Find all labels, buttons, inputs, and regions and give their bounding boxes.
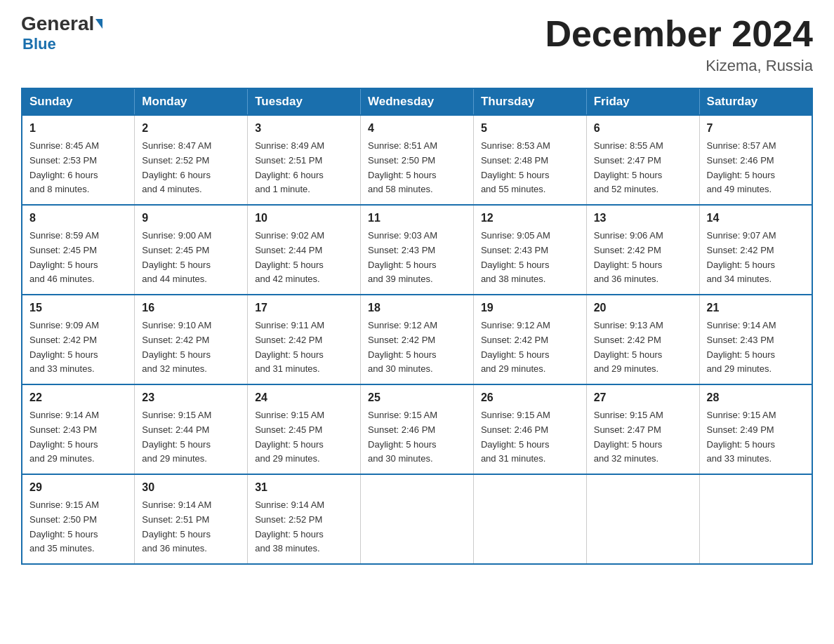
day-number: 16 [142,300,240,317]
table-row: 10Sunrise: 9:02 AMSunset: 2:44 PMDayligh… [248,205,361,295]
table-row [586,474,699,564]
logo-general: General [21,13,94,34]
day-info: Sunrise: 9:15 AMSunset: 2:50 PMDaylight:… [29,498,127,556]
table-row: 27Sunrise: 9:15 AMSunset: 2:47 PMDayligh… [586,384,699,474]
day-info: Sunrise: 9:14 AMSunset: 2:52 PMDaylight:… [255,498,353,556]
table-row: 25Sunrise: 9:15 AMSunset: 2:46 PMDayligh… [361,384,474,474]
logo-triangle-icon [95,19,102,29]
table-row [699,474,812,564]
table-row: 26Sunrise: 9:15 AMSunset: 2:46 PMDayligh… [473,384,586,474]
day-info: Sunrise: 8:47 AMSunset: 2:52 PMDaylight:… [142,139,240,197]
day-number: 10 [255,210,353,227]
location-subtitle: Kizema, Russia [545,57,813,75]
day-info: Sunrise: 9:15 AMSunset: 2:47 PMDaylight:… [594,408,692,467]
day-info: Sunrise: 8:55 AMSunset: 2:47 PMDaylight:… [594,139,692,197]
day-number: 3 [255,120,353,137]
day-info: Sunrise: 9:09 AMSunset: 2:42 PMDaylight:… [29,318,127,377]
day-number: 14 [707,210,805,227]
month-year-title: December 2024 [545,14,813,54]
logo-blue: Blue [21,35,56,53]
calendar-week-row: 8Sunrise: 8:59 AMSunset: 2:45 PMDaylight… [22,205,812,295]
table-row: 12Sunrise: 9:05 AMSunset: 2:43 PMDayligh… [473,205,586,295]
table-row: 17Sunrise: 9:11 AMSunset: 2:42 PMDayligh… [248,295,361,384]
table-row: 9Sunrise: 9:00 AMSunset: 2:45 PMDaylight… [135,205,248,295]
table-row: 11Sunrise: 9:03 AMSunset: 2:43 PMDayligh… [361,205,474,295]
day-info: Sunrise: 9:00 AMSunset: 2:45 PMDaylight:… [142,229,240,287]
day-info: Sunrise: 9:12 AMSunset: 2:42 PMDaylight:… [481,318,579,377]
table-row: 15Sunrise: 9:09 AMSunset: 2:42 PMDayligh… [22,295,135,384]
logo-text: General [21,14,102,34]
day-number: 17 [255,300,353,317]
table-row: 16Sunrise: 9:10 AMSunset: 2:42 PMDayligh… [135,295,248,384]
calendar-week-row: 22Sunrise: 9:14 AMSunset: 2:43 PMDayligh… [22,384,812,474]
day-info: Sunrise: 9:14 AMSunset: 2:43 PMDaylight:… [707,318,805,377]
table-row: 3Sunrise: 8:49 AMSunset: 2:51 PMDaylight… [248,115,361,205]
table-row: 5Sunrise: 8:53 AMSunset: 2:48 PMDaylight… [473,115,586,205]
day-number: 9 [142,210,240,227]
day-number: 24 [255,389,353,407]
table-row: 28Sunrise: 9:15 AMSunset: 2:49 PMDayligh… [699,384,812,474]
day-number: 8 [29,210,127,227]
day-info: Sunrise: 9:15 AMSunset: 2:45 PMDaylight:… [255,408,353,467]
table-row: 18Sunrise: 9:12 AMSunset: 2:42 PMDayligh… [361,295,474,384]
day-info: Sunrise: 9:13 AMSunset: 2:42 PMDaylight:… [594,318,692,377]
day-info: Sunrise: 8:51 AMSunset: 2:50 PMDaylight:… [368,139,466,197]
table-row: 23Sunrise: 9:15 AMSunset: 2:44 PMDayligh… [135,384,248,474]
day-info: Sunrise: 9:07 AMSunset: 2:42 PMDaylight:… [707,229,805,287]
day-number: 11 [368,210,466,227]
day-info: Sunrise: 8:59 AMSunset: 2:45 PMDaylight:… [29,229,127,287]
day-number: 30 [142,479,240,497]
day-info: Sunrise: 8:53 AMSunset: 2:48 PMDaylight:… [481,139,579,197]
table-row: 6Sunrise: 8:55 AMSunset: 2:47 PMDaylight… [586,115,699,205]
table-row: 19Sunrise: 9:12 AMSunset: 2:42 PMDayligh… [473,295,586,384]
table-row: 4Sunrise: 8:51 AMSunset: 2:50 PMDaylight… [361,115,474,205]
calendar-week-row: 1Sunrise: 8:45 AMSunset: 2:53 PMDaylight… [22,115,812,205]
table-row: 8Sunrise: 8:59 AMSunset: 2:45 PMDaylight… [22,205,135,295]
day-info: Sunrise: 8:45 AMSunset: 2:53 PMDaylight:… [29,139,127,197]
day-number: 21 [707,300,805,317]
header-monday: Monday [135,88,248,115]
calendar-week-row: 29Sunrise: 9:15 AMSunset: 2:50 PMDayligh… [22,474,812,564]
day-number: 1 [29,120,127,137]
page-header: General Blue December 2024 Kizema, Russi… [21,14,813,75]
day-info: Sunrise: 9:03 AMSunset: 2:43 PMDaylight:… [368,229,466,287]
day-number: 12 [481,210,579,227]
day-number: 5 [481,120,579,137]
day-info: Sunrise: 8:49 AMSunset: 2:51 PMDaylight:… [255,139,353,197]
day-number: 19 [481,300,579,317]
day-info: Sunrise: 9:12 AMSunset: 2:42 PMDaylight:… [368,318,466,377]
logo: General Blue [21,14,102,53]
table-row [361,474,474,564]
table-row: 7Sunrise: 8:57 AMSunset: 2:46 PMDaylight… [699,115,812,205]
day-number: 25 [368,389,466,407]
day-info: Sunrise: 9:15 AMSunset: 2:49 PMDaylight:… [707,408,805,467]
header-saturday: Saturday [699,88,812,115]
day-number: 31 [255,479,353,497]
table-row [473,474,586,564]
day-number: 4 [368,120,466,137]
day-number: 27 [594,389,692,407]
day-number: 26 [481,389,579,407]
day-info: Sunrise: 9:14 AMSunset: 2:51 PMDaylight:… [142,498,240,556]
day-number: 6 [594,120,692,137]
header-tuesday: Tuesday [248,88,361,115]
table-row: 2Sunrise: 8:47 AMSunset: 2:52 PMDaylight… [135,115,248,205]
day-info: Sunrise: 9:06 AMSunset: 2:42 PMDaylight:… [594,229,692,287]
table-row: 31Sunrise: 9:14 AMSunset: 2:52 PMDayligh… [248,474,361,564]
day-number: 2 [142,120,240,137]
day-number: 20 [594,300,692,317]
table-row: 29Sunrise: 9:15 AMSunset: 2:50 PMDayligh… [22,474,135,564]
calendar-week-row: 15Sunrise: 9:09 AMSunset: 2:42 PMDayligh… [22,295,812,384]
day-info: Sunrise: 9:11 AMSunset: 2:42 PMDaylight:… [255,318,353,377]
day-number: 29 [29,479,127,497]
table-row: 22Sunrise: 9:14 AMSunset: 2:43 PMDayligh… [22,384,135,474]
day-number: 23 [142,389,240,407]
table-row: 1Sunrise: 8:45 AMSunset: 2:53 PMDaylight… [22,115,135,205]
table-row: 30Sunrise: 9:14 AMSunset: 2:51 PMDayligh… [135,474,248,564]
calendar-table: Sunday Monday Tuesday Wednesday Thursday… [21,88,813,565]
header-sunday: Sunday [22,88,135,115]
day-info: Sunrise: 9:15 AMSunset: 2:44 PMDaylight:… [142,408,240,467]
header-wednesday: Wednesday [361,88,474,115]
day-info: Sunrise: 9:15 AMSunset: 2:46 PMDaylight:… [368,408,466,467]
calendar-header-row: Sunday Monday Tuesday Wednesday Thursday… [22,88,812,115]
